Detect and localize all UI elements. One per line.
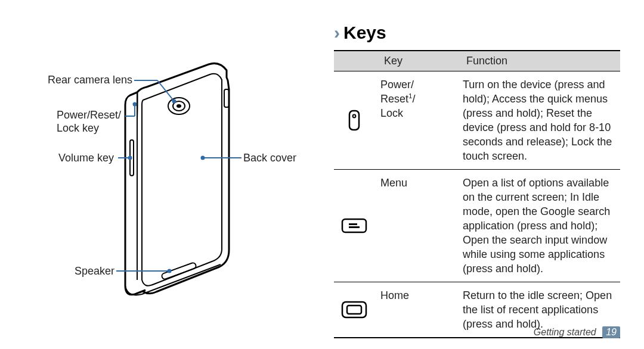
svg-point-8 bbox=[172, 99, 177, 104]
key-name: Home bbox=[374, 282, 457, 337]
power-key-icon bbox=[348, 110, 361, 131]
footer-page-number: 19 bbox=[602, 326, 620, 338]
table-header-function: Function bbox=[460, 51, 620, 71]
page-footer: Getting started 19 bbox=[534, 326, 620, 338]
menu-key-icon bbox=[341, 218, 367, 233]
table-row: Power/Reset1/Lock Turn on the device (pr… bbox=[334, 71, 620, 170]
label-back-cover: Back cover bbox=[243, 151, 296, 164]
key-function: Open a list of options available on the … bbox=[457, 170, 620, 282]
svg-point-17 bbox=[201, 156, 205, 160]
label-volume-key: Volume key bbox=[58, 151, 114, 164]
table-header-row: Key Function bbox=[334, 51, 620, 71]
keys-table: Key Function Power/Reset1/Lock Turn on t… bbox=[334, 50, 620, 338]
home-key-icon bbox=[341, 301, 367, 319]
svg-point-2 bbox=[177, 104, 181, 108]
svg-rect-18 bbox=[349, 111, 359, 130]
label-rear-camera-lens: Rear camera lens bbox=[48, 73, 132, 86]
device-rear-diagram: .st { fill:#fff; stroke:#000; stroke-wid… bbox=[0, 0, 322, 349]
table-row: Menu Open a list of options available on… bbox=[334, 170, 620, 282]
label-speaker: Speaker bbox=[75, 264, 114, 278]
svg-rect-21 bbox=[349, 223, 357, 225]
svg-point-11 bbox=[133, 102, 137, 107]
key-name: Menu bbox=[374, 170, 457, 282]
svg-rect-22 bbox=[349, 226, 360, 228]
key-name: Power/Reset1/Lock bbox=[374, 71, 457, 169]
svg-rect-20 bbox=[342, 219, 366, 232]
section-title: Keys bbox=[343, 24, 386, 42]
svg-rect-24 bbox=[347, 306, 361, 314]
label-power-reset-lock-key: Power/Reset/ Lock key bbox=[57, 108, 121, 135]
svg-point-15 bbox=[168, 269, 172, 273]
section-heading-keys: › Keys bbox=[334, 24, 620, 42]
footer-section: Getting started bbox=[534, 327, 596, 337]
key-function: Turn on the device (press and hold); Acc… bbox=[457, 71, 620, 169]
svg-point-13 bbox=[128, 156, 132, 160]
table-header-key: Key bbox=[378, 51, 460, 71]
chevron-right-icon: › bbox=[334, 24, 340, 42]
